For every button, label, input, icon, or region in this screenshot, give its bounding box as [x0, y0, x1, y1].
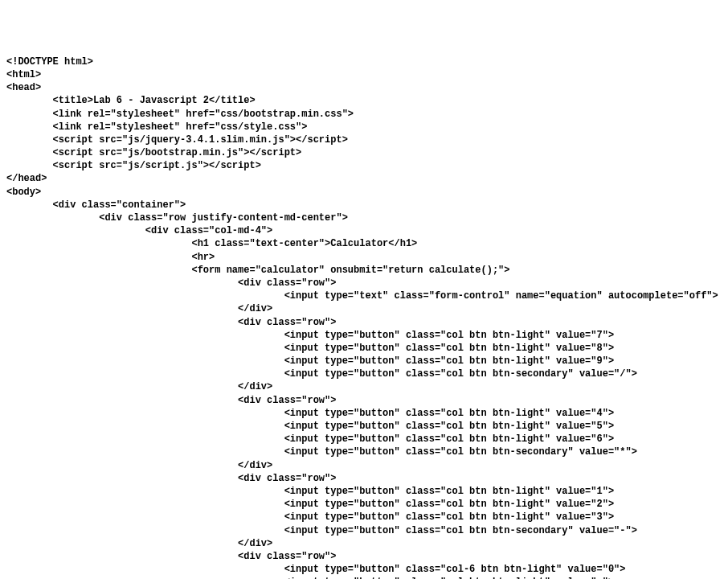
- code-listing: <!DOCTYPE html> <html> <head> <title>Lab…: [6, 55, 722, 579]
